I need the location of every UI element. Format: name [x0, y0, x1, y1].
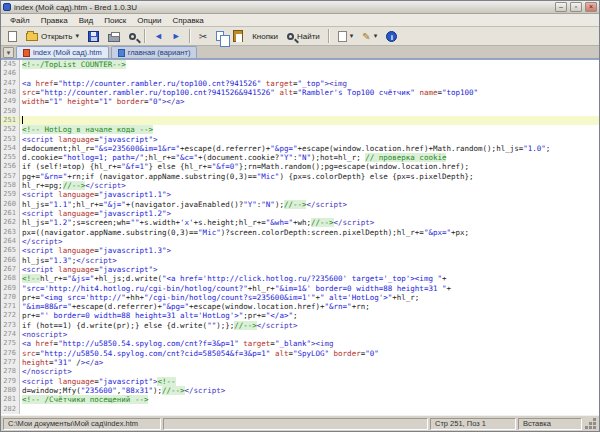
tab-bar: ▼ index (Мой сад).htm главная (вариант)	[1, 46, 599, 59]
code-line[interactable]: 282	[1, 405, 599, 414]
code-text: hl_js="1.3";</script>	[20, 256, 599, 265]
chevron-down-icon: ▾	[350, 32, 354, 40]
maximize-button[interactable]: ▫	[570, 2, 582, 12]
code-line[interactable]: 274<noscript>	[1, 330, 599, 339]
code-line[interactable]: 255d.cookie="hotlog=1; path=/";hl_r+="&c…	[1, 153, 599, 162]
code-line[interactable]: 280d=window;Mfy("235600","88x31");//--><…	[1, 386, 599, 395]
page-icon	[338, 31, 347, 42]
code-line-current[interactable]: 251	[1, 116, 599, 125]
menu-item-help[interactable]: Справка	[167, 16, 208, 25]
buttons-panel-button[interactable]: Кнопки	[248, 28, 282, 44]
app-icon	[3, 3, 11, 11]
code-line[interactable]: 259<script language="javascript1.1">	[1, 190, 599, 199]
code-line[interactable]: 279<script language="javascript"><!--	[1, 377, 599, 386]
code-line[interactable]: 257pg+="&rn="+rn;if (navigator.appName.s…	[1, 172, 599, 181]
menu-item-search[interactable]: Поиск	[99, 16, 131, 25]
cut-button[interactable]: ✂	[195, 28, 211, 44]
file-path-panel: C:\Мои документы\Мой сад\index.htm	[3, 418, 161, 430]
code-line[interactable]: 277height="31" /></a>	[1, 358, 599, 367]
code-line[interactable]: 254d=document;hl_r="&s=235600&im=1&r="+e…	[1, 144, 599, 153]
paste-icon	[233, 30, 243, 42]
code-text: <a href="http://u5850.54.spylog.com/cnt?…	[20, 339, 599, 348]
line-number: 254	[1, 144, 20, 153]
file-type-icon	[118, 49, 125, 57]
code-text: <a href="http://counter.rambler.ru/top10…	[20, 79, 599, 88]
code-text: <script language="javascript">	[20, 135, 599, 144]
open-folder-icon	[26, 33, 38, 41]
print-icon	[108, 34, 120, 42]
code-text	[20, 116, 599, 125]
shift-right-button[interactable]: ►	[168, 28, 185, 44]
close-button[interactable]: ×	[585, 2, 597, 12]
code-line[interactable]: 270pr+="<img src='http://"+hh+"/cgi-bin/…	[1, 293, 599, 302]
code-line[interactable]: 267<script language="javascript">	[1, 265, 599, 274]
save-button[interactable]	[84, 28, 103, 44]
new-file-button[interactable]	[4, 28, 21, 44]
line-number: 249	[1, 97, 20, 106]
menu-item-edit[interactable]: Правка	[36, 16, 73, 25]
menu-item-view[interactable]: Вид	[74, 16, 98, 25]
code-text: <script language="javascript"><!--	[20, 377, 599, 386]
menu-item-options[interactable]: Опции	[132, 16, 166, 25]
search-button[interactable]	[125, 28, 140, 44]
info-icon: i	[386, 31, 397, 42]
code-line[interactable]: 253<script language="javascript">	[1, 135, 599, 144]
code-line[interactable]: 273if (hot==1) {d.write(pr);} else {d.wr…	[1, 321, 599, 330]
code-line[interactable]: 261<script language="javascript1.2">	[1, 209, 599, 218]
code-line[interactable]: 272pr+="' border=0 width=88 height=31 al…	[1, 311, 599, 320]
code-text: width="1" height="1" border="0"></a>	[20, 97, 599, 106]
code-line[interactable]: 271"&im=88&r="+escape(d.referrer)+"&pg="…	[1, 302, 599, 311]
code-line[interactable]: 276src="http://u5850.54.spylog.com/cnt?c…	[1, 349, 599, 358]
code-line[interactable]: 252<!-- HotLog в начале кода -->	[1, 125, 599, 134]
code-line[interactable]: 248src="http://counter.rambler.ru/top100…	[1, 88, 599, 97]
code-line[interactable]: 250	[1, 107, 599, 116]
arrow-right-icon: ►	[172, 31, 181, 42]
tab-index-file[interactable]: index (Мой сад).htm	[16, 46, 109, 58]
template-dropdown-button[interactable]: ▾	[334, 28, 358, 44]
highlight-dropdown-button[interactable]: ✎ ▾	[358, 28, 381, 44]
code-line[interactable]: 256if (self!=top) {hl_r+="&f=1"} else {h…	[1, 162, 599, 171]
tab-list-button[interactable]: ▼	[3, 47, 14, 58]
line-number: 245	[1, 60, 20, 69]
code-text: pg+="&rn="+rn;if (navigator.appName.subs…	[20, 172, 599, 181]
code-line[interactable]: 265<script language="javascript1.3">	[1, 246, 599, 255]
code-line[interactable]: 246	[1, 69, 599, 78]
code-line[interactable]: 269"src='http://hit4.hotlog.ru/cgi-bin/h…	[1, 284, 599, 293]
copy-button[interactable]	[212, 28, 228, 44]
code-line[interactable]: 262hl_js="1.2";s=screen;wh=""+s.width+'x…	[1, 218, 599, 227]
line-number: 258	[1, 181, 20, 190]
line-number: 246	[1, 69, 20, 78]
code-text: pr+="<img src='http://"+hh+"/cgi-bin/hot…	[20, 293, 599, 302]
code-line[interactable]: 275<a href="http://u5850.54.spylog.com/c…	[1, 339, 599, 348]
minimize-button[interactable]: –	[555, 2, 567, 12]
toolbar-separator	[189, 29, 191, 43]
open-button[interactable]: Открыть ▾	[22, 28, 83, 44]
paste-button[interactable]	[229, 28, 247, 44]
find-button[interactable]: Найти	[283, 28, 324, 44]
resize-grip[interactable]	[584, 417, 597, 430]
code-line[interactable]: 266hl_js="1.3";</script>	[1, 256, 599, 265]
code-line[interactable]: 281<!-- /Счётчики посещений -->	[1, 395, 599, 404]
tab-backup-file[interactable]: главная (вариант)	[111, 46, 198, 58]
code-line[interactable]: 260hl_js="1.1";hl_r+="&j="+(navigator.ja…	[1, 200, 599, 209]
code-line[interactable]: 263px=((navigator.appName.substring(0,3)…	[1, 228, 599, 237]
code-line[interactable]: 249width="1" height="1" border="0"></a>	[1, 97, 599, 106]
code-line[interactable]: 264</script>	[1, 237, 599, 246]
shift-left-button[interactable]: ◄	[150, 28, 167, 44]
about-button[interactable]: i	[382, 28, 401, 44]
code-line[interactable]: 258hl_r+=pg;//--></script>	[1, 181, 599, 190]
toolbar: Открыть ▾ ◄ ► ✂ Кнопки Найти ▾ ✎ ▾ i	[1, 27, 599, 46]
code-editor[interactable]: 245<!--/TopList COUNTER-->246247<a href=…	[1, 59, 599, 415]
line-number: 255	[1, 153, 20, 162]
code-text: <script language="javascript1.1">	[20, 190, 599, 199]
print-button[interactable]	[104, 28, 124, 44]
line-number: 282	[1, 405, 20, 414]
code-text: <script language="javascript">	[20, 265, 599, 274]
code-line[interactable]: 278</noscript>	[1, 367, 599, 376]
code-line[interactable]: 247<a href="http://counter.rambler.ru/to…	[1, 79, 599, 88]
code-text: hl_js="1.2";s=screen;wh=""+s.width+'x'+s…	[20, 218, 599, 227]
open-dropdown-icon[interactable]: ▾	[75, 32, 79, 40]
code-line[interactable]: 245<!--/TopList COUNTER-->	[1, 60, 599, 69]
code-line[interactable]: 268<!--hl_r+="&js="+hl_js;d.write("<a hr…	[1, 274, 599, 283]
menu-item-file[interactable]: Файл	[5, 16, 35, 25]
